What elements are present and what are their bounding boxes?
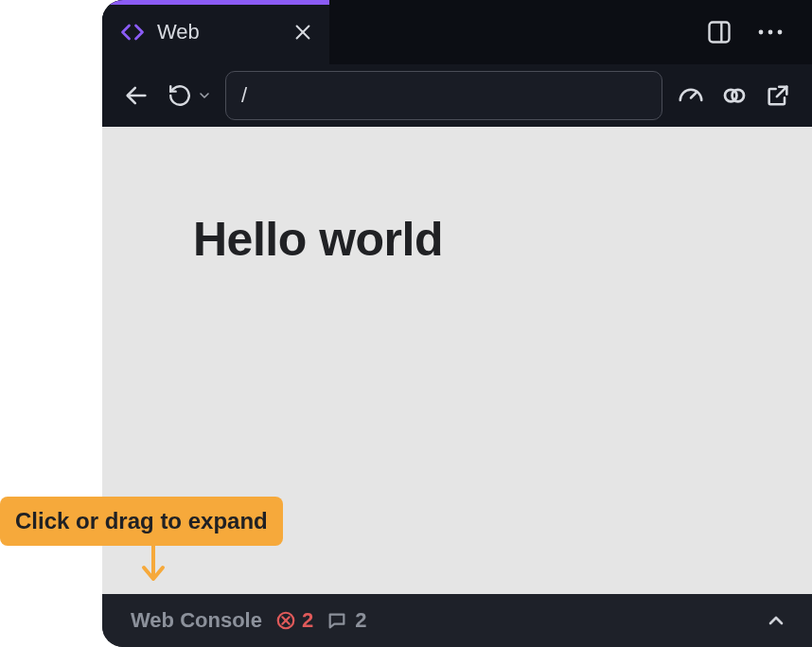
url-value: /: [241, 83, 247, 108]
toolbar: /: [102, 64, 812, 127]
link-icon[interactable]: [719, 80, 750, 111]
more-icon[interactable]: [755, 17, 786, 47]
back-icon[interactable]: [121, 80, 151, 111]
refresh-icon[interactable]: [165, 80, 195, 111]
tab-bar: Web: [102, 0, 812, 64]
close-icon[interactable]: [290, 19, 316, 45]
tooltip-text: Click or drag to expand: [15, 508, 268, 533]
chevron-down-icon[interactable]: [197, 88, 212, 103]
chevron-up-icon[interactable]: [765, 609, 787, 632]
performance-icon[interactable]: [676, 80, 706, 111]
console-error-count[interactable]: 2: [275, 608, 313, 633]
window-controls: [704, 0, 812, 64]
svg-point-5: [768, 30, 773, 35]
tab-web[interactable]: Web: [102, 0, 329, 64]
svg-point-4: [759, 30, 764, 35]
browser-window: Web: [102, 0, 812, 647]
error-icon: [275, 610, 296, 631]
console-label: Web Console: [131, 608, 262, 633]
url-input[interactable]: /: [225, 71, 662, 120]
svg-rect-2: [710, 23, 730, 43]
code-icon: [119, 19, 146, 45]
page-title: Hello world: [193, 212, 812, 267]
svg-line-11: [777, 87, 787, 97]
tab-active-indicator: [102, 0, 329, 5]
svg-line-8: [691, 92, 697, 97]
split-pane-icon[interactable]: [704, 17, 734, 47]
message-icon: [327, 610, 347, 631]
tooltip-expand: Click or drag to expand: [0, 497, 283, 546]
console-message-count[interactable]: 2: [327, 608, 366, 633]
open-external-icon[interactable]: [763, 80, 793, 111]
web-console-bar[interactable]: Web Console 2 2: [102, 594, 812, 647]
arrow-down-icon: [137, 541, 175, 586]
svg-point-6: [778, 30, 783, 35]
tab-title: Web: [157, 20, 278, 44]
